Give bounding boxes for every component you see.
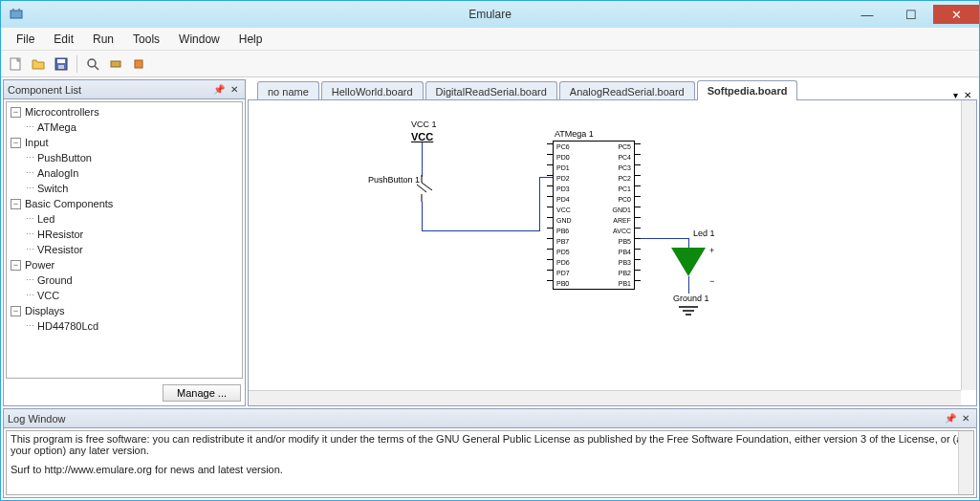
titlebar[interactable]: Emulare — ☐ ✕ [1,1,979,28]
tree-branch-icon: ⋯ [26,291,33,300]
component-tree[interactable]: −Microcontrollers⋯ATMega−Input⋯PushButto… [6,101,243,379]
tree-group[interactable]: −Displays [7,303,242,318]
close-icon[interactable]: ✕ [228,83,241,97]
wire [422,202,423,230]
led-minus: − [709,276,714,286]
menu-run[interactable]: Run [83,31,123,48]
canvas-scroll-vertical[interactable] [961,100,976,390]
tree-item-label: ATMega [37,121,76,133]
minimize-button[interactable]: — [845,5,889,24]
pin-row: PD1PC3 [554,163,634,173]
menu-tools[interactable]: Tools [123,31,169,48]
pin-right: PC1 [618,185,631,192]
manage-button[interactable]: Manage ... [163,384,241,402]
circuit-canvas[interactable]: VCC 1 VCC PushButton 1 ATMega 1 PC6PC5PD… [248,99,977,406]
component-icon[interactable] [105,54,126,75]
led-symbol[interactable] [671,248,706,276]
tab-strip: no nameHelloWorld.boardDigitalReadSerial… [248,79,977,100]
save-icon[interactable] [51,54,72,75]
close-button[interactable]: ✕ [933,5,979,24]
tree-item[interactable]: ⋯VCC [7,288,242,303]
collapse-icon[interactable]: − [11,260,21,271]
pin-left: PC6 [556,143,570,150]
tree-item[interactable]: ⋯HResistor [7,227,242,242]
pin-left: GND [556,217,572,224]
svg-rect-6 [58,65,64,69]
zoom-icon[interactable] [82,54,103,75]
log-title: Log Window [8,413,66,425]
tree-item[interactable]: ⋯PushButton [7,150,242,165]
tree-item[interactable]: ⋯AnalogIn [7,165,242,181]
pin-icon[interactable]: 📌 [212,83,226,97]
canvas-scroll-horizontal[interactable] [249,390,961,405]
tab[interactable]: Softpedia.board [697,80,798,100]
menu-window[interactable]: Window [169,31,229,48]
wire [688,238,689,248]
pin-row: PD6PB3 [554,257,634,268]
svg-rect-0 [11,11,22,18]
svg-rect-2 [18,9,20,11]
tree-group[interactable]: −Input [7,135,242,150]
component-list-header: Component List 📌 ✕ [4,80,245,99]
pin-row: VCCGND1 [554,205,634,215]
tree-item[interactable]: ⋯HD44780Lcd [7,318,242,334]
collapse-icon[interactable]: − [11,138,21,148]
maximize-button[interactable]: ☐ [889,5,933,24]
log-line: This program is free software: you can r… [11,433,969,456]
pin-left: PD4 [556,196,570,203]
tree-group[interactable]: −Power [7,257,242,272]
pin-right: PB3 [619,259,631,266]
pin-left: PD2 [556,175,570,182]
tab[interactable]: AnalogReadSerial.board [559,81,695,100]
wire [422,230,540,231]
log-scroll-vertical[interactable] [958,431,973,494]
tree-item[interactable]: ⋯VResistor [7,242,242,257]
pin-right: PB4 [619,249,631,255]
log-line: Surf to http://www.emulare.org for news … [11,464,969,475]
pin-right: PC2 [618,175,631,182]
collapse-icon[interactable]: − [11,199,21,209]
new-file-icon[interactable] [5,54,26,75]
canvas-area: no nameHelloWorld.boardDigitalReadSerial… [248,79,977,406]
chip-icon[interactable] [128,54,149,75]
menu-help[interactable]: Help [229,31,272,48]
pin-right: PC5 [618,143,631,150]
pin-right: PB5 [619,238,631,245]
tab[interactable]: no name [257,81,319,100]
toolbar [1,51,979,77]
tree-item[interactable]: ⋯Switch [7,181,242,196]
tree-branch-icon: ⋯ [26,168,33,178]
log-body[interactable]: This program is free software: you can r… [6,430,974,495]
svg-point-7 [88,59,96,67]
pin-left: PD1 [556,164,570,171]
tree-branch-icon: ⋯ [26,184,33,193]
tree-item-label: PushButton [37,152,92,163]
menu-edit[interactable]: Edit [44,31,83,48]
collapse-icon[interactable]: − [11,306,21,316]
ground-label: Ground 1 [673,294,709,303]
pin-icon[interactable]: 📌 [944,412,957,425]
wire [539,177,540,231]
tree-group[interactable]: −Basic Components [7,196,242,211]
pin-row: PB0PB1 [554,278,634,289]
tree-item[interactable]: ⋯Led [7,211,242,227]
menu-file[interactable]: File [7,31,44,48]
atmega-chip[interactable]: PC6PC5PD0PC4PD1PC3PD2PC2PD3PC1PD4PC0VCCG… [553,141,635,290]
tree-group[interactable]: −Microcontrollers [7,104,242,120]
vcc-id-label: VCC 1 [411,120,437,129]
pin-left: VCC [556,207,571,213]
tab[interactable]: HelloWorld.board [321,81,424,100]
collapse-icon[interactable]: − [11,107,21,118]
tab[interactable]: DigitalReadSerial.board [425,81,557,100]
tree-item[interactable]: ⋯ATMega [7,120,242,135]
content-area: Component List 📌 ✕ −Microcontrollers⋯ATM… [1,77,979,408]
open-folder-icon[interactable] [28,54,49,75]
wire [641,238,688,239]
tree-item-label: AnalogIn [37,167,78,179]
pin-row: PD7PB2 [554,268,634,278]
ground-symbol[interactable] [677,305,700,318]
tree-item[interactable]: ⋯Ground [7,272,242,288]
pushbutton-symbol[interactable] [411,175,440,202]
close-icon[interactable]: ✕ [959,412,972,425]
pin-right: PC0 [618,196,631,203]
